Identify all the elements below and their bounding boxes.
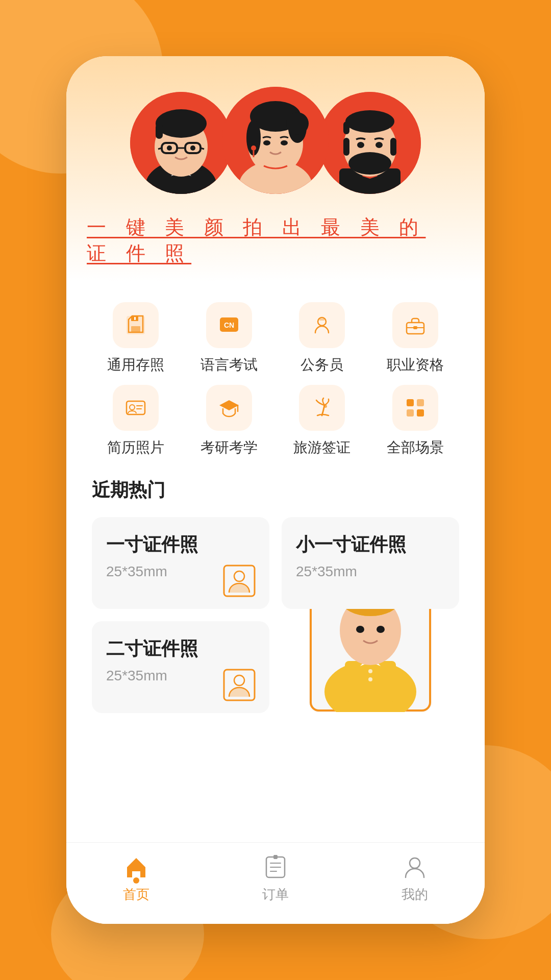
icon-box-palm-tree	[299, 385, 345, 431]
svg-rect-40	[131, 326, 140, 332]
card-title-one-inch: 一寸证件照	[106, 532, 255, 557]
svg-point-13	[167, 145, 172, 151]
card-title-small-one-inch: 小一寸证件照	[296, 532, 445, 557]
icon-item-travel-visa[interactable]: 旅游签证	[278, 385, 366, 457]
nav-icon-home	[122, 853, 151, 881]
svg-point-37	[357, 142, 364, 148]
svg-rect-57	[407, 399, 414, 406]
svg-point-22	[286, 112, 309, 135]
svg-rect-7	[156, 124, 163, 139]
svg-line-12	[201, 148, 204, 149]
icon-label-graduate-study: 考研考学	[201, 438, 258, 457]
phone-frame: 一 键 美 颜 拍 出 最 美 的 证 件 照 通用存照	[66, 56, 485, 924]
icon-item-language-exam[interactable]: CN 语言考试	[185, 302, 273, 375]
card-title-two-inch: 二寸证件照	[106, 636, 255, 662]
icon-label-all-scenes: 全部场景	[387, 438, 444, 457]
card-icon-two-inch	[221, 667, 257, 703]
nav-icon-mine	[400, 853, 429, 881]
svg-rect-49	[413, 326, 417, 329]
icon-box-save	[113, 302, 159, 348]
svg-point-14	[190, 145, 195, 151]
avatar-woman	[222, 87, 329, 194]
icon-box-grid	[392, 385, 438, 431]
nav-item-orders[interactable]: 订单	[230, 853, 321, 903]
icon-item-resume-photo[interactable]: 简历照片	[92, 385, 180, 457]
icon-item-general-storage[interactable]: 通用存照	[92, 302, 180, 375]
icon-label-resume-photo: 简历照片	[107, 438, 164, 457]
svg-rect-46	[319, 318, 324, 321]
hero-section: 一 键 美 颜 拍 出 最 美 的 证 件 照	[66, 56, 485, 282]
svg-point-56	[324, 405, 327, 408]
avatars-row	[130, 87, 421, 194]
svg-point-6	[156, 109, 207, 138]
svg-point-76	[368, 669, 372, 673]
icon-grid: 通用存照 CN 语言考试	[92, 302, 459, 457]
icon-label-language-exam: 语言考试	[201, 355, 258, 375]
svg-rect-35	[390, 138, 396, 156]
icon-box-graduation	[206, 385, 252, 431]
card-two-inch[interactable]: 二寸证件照 25*35mm	[92, 621, 269, 713]
icon-box-language: CN	[206, 302, 252, 348]
nav-label-orders: 订单	[262, 886, 289, 903]
avatar-glasses-man	[130, 92, 232, 194]
svg-marker-54	[219, 400, 239, 410]
svg-rect-42	[134, 317, 136, 320]
nav-item-mine[interactable]: 我的	[369, 853, 461, 903]
nav-item-home[interactable]: 首页	[90, 853, 182, 903]
svg-point-26	[281, 140, 288, 145]
svg-point-77	[368, 677, 372, 681]
nav-active-dot	[133, 877, 139, 884]
icon-item-civil-servant[interactable]: 公务员	[278, 302, 366, 375]
svg-point-38	[375, 142, 383, 148]
main-content: 通用存照 CN 语言考试	[66, 282, 485, 842]
svg-line-11	[158, 148, 162, 149]
svg-point-23	[251, 145, 256, 151]
svg-point-74	[356, 626, 364, 633]
svg-point-84	[410, 858, 420, 868]
svg-rect-83	[273, 855, 278, 859]
svg-rect-34	[343, 138, 349, 156]
svg-point-51	[130, 405, 135, 410]
svg-point-75	[377, 626, 385, 633]
icon-box-briefcase	[392, 302, 438, 348]
bottom-nav: 首页 订单 我的	[66, 842, 485, 924]
card-size-small-one-inch: 25*35mm	[296, 564, 445, 580]
section-title-recent-hot: 近期热门	[92, 478, 459, 503]
icon-label-travel-visa: 旅游签证	[293, 438, 350, 457]
nav-label-mine: 我的	[402, 886, 428, 903]
svg-point-64	[234, 675, 244, 685]
nav-icon-orders	[261, 853, 290, 881]
card-one-inch[interactable]: 一寸证件照 25*35mm	[92, 517, 269, 609]
hero-tagline: 一 键 美 颜 拍 出 最 美 的 证 件 照	[87, 214, 464, 266]
svg-point-36	[348, 152, 391, 175]
icon-label-career-qual: 职业资格	[387, 355, 444, 375]
svg-rect-60	[417, 409, 424, 416]
icon-item-all-scenes[interactable]: 全部场景	[371, 385, 460, 457]
nav-label-home: 首页	[123, 886, 149, 903]
svg-rect-58	[417, 399, 424, 406]
svg-text:CN: CN	[224, 321, 234, 329]
svg-point-62	[234, 571, 244, 581]
svg-point-25	[263, 140, 270, 145]
icon-label-general-storage: 通用存照	[107, 355, 164, 375]
card-small-one-inch[interactable]: 小一寸证件照 25*35mm	[282, 517, 459, 609]
svg-rect-78	[134, 871, 139, 877]
icon-box-id-card	[113, 385, 159, 431]
svg-rect-33	[343, 121, 349, 134]
icon-item-career-qual[interactable]: 职业资格	[371, 302, 460, 375]
icon-box-person-badge	[299, 302, 345, 348]
icon-label-civil-servant: 公务员	[300, 355, 343, 375]
svg-rect-59	[407, 409, 414, 416]
icon-item-graduate-study[interactable]: 考研考学	[185, 385, 273, 457]
svg-point-32	[345, 110, 394, 133]
card-icon-one-inch	[221, 563, 257, 599]
cards-wrapper: 一寸证件照 25*35mm 小一寸证件照 25*35mm 二寸证	[92, 517, 459, 713]
avatar-beard-man	[319, 92, 421, 194]
